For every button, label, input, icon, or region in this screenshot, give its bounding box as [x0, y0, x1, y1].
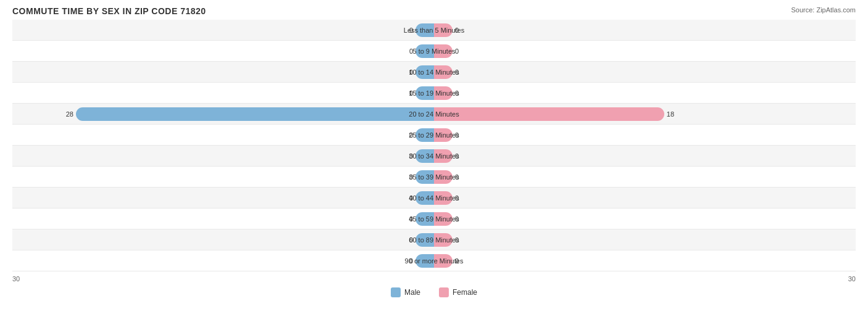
male-bar [415, 191, 434, 205]
female-bar [434, 44, 453, 58]
female-swatch [439, 287, 449, 297]
source-label: Source: ZipAtlas.com [791, 6, 856, 14]
female-value: 0 [455, 194, 459, 202]
axis-left: 30 [12, 275, 20, 283]
female-bar [434, 128, 453, 142]
axis-right: 30 [848, 275, 856, 283]
female-bar [434, 212, 453, 226]
female-value: 0 [455, 131, 459, 139]
chart-row: 90 or more Minutes00 [12, 250, 856, 271]
male-value: 0 [409, 68, 413, 76]
male-value: 0 [409, 194, 413, 202]
female-bar [434, 170, 453, 184]
legend-female: Female [439, 287, 477, 297]
chart-row: 5 to 9 Minutes00 [12, 41, 856, 62]
chart-row: 60 to 89 Minutes00 [12, 229, 856, 250]
axis-row: 30 30 [12, 273, 856, 285]
male-value: 0 [409, 89, 413, 97]
female-bar [434, 23, 453, 37]
male-value: 0 [409, 173, 413, 181]
female-label: Female [453, 288, 477, 297]
chart-row: 35 to 39 Minutes00 [12, 167, 856, 188]
male-value: 0 [409, 215, 413, 223]
male-bar [415, 65, 434, 79]
male-label: Male [404, 288, 420, 297]
male-value: 0 [409, 47, 413, 55]
male-value: 0 [409, 257, 413, 265]
male-value: 0 [409, 131, 413, 139]
chart-title: COMMUTE TIME BY SEX IN ZIP CODE 71820 [12, 6, 856, 16]
male-bar [415, 128, 434, 142]
male-bar [415, 44, 434, 58]
female-bar [434, 191, 453, 205]
chart-row: 10 to 14 Minutes00 [12, 62, 856, 83]
male-bar [415, 23, 434, 37]
legend: Male Female [12, 287, 856, 297]
male-bar [415, 149, 434, 163]
chart-row: 40 to 44 Minutes00 [12, 188, 856, 208]
male-bar [415, 86, 434, 100]
female-value: 0 [455, 215, 459, 223]
female-bar [434, 233, 453, 247]
male-bar [415, 233, 434, 247]
chart-row: 25 to 29 Minutes00 [12, 125, 856, 146]
female-bar [434, 107, 664, 121]
female-value: 0 [455, 89, 459, 97]
chart-area: Less than 5 Minutes005 to 9 Minutes0010 … [12, 20, 856, 271]
male-bar [415, 170, 434, 184]
chart-row: 30 to 34 Minutes00 [12, 146, 856, 167]
male-value: 28 [66, 110, 73, 118]
female-value: 0 [455, 257, 459, 265]
male-value: 0 [409, 236, 413, 244]
female-value: 0 [455, 173, 459, 181]
female-value: 0 [455, 27, 459, 34]
female-value: 0 [455, 47, 459, 55]
chart-row: Less than 5 Minutes00 [12, 20, 856, 41]
female-value: 0 [455, 68, 459, 76]
female-bar [434, 254, 453, 268]
male-bar [415, 212, 434, 226]
chart-row: 45 to 59 Minutes00 [12, 208, 856, 229]
male-value: 0 [409, 152, 413, 160]
male-bar [415, 254, 434, 268]
female-bar [434, 149, 453, 163]
chart-row: 15 to 19 Minutes00 [12, 83, 856, 104]
female-bar [434, 65, 453, 79]
chart-container: COMMUTE TIME BY SEX IN ZIP CODE 71820 So… [0, 0, 868, 322]
female-value: 18 [667, 110, 674, 118]
female-value: 0 [455, 152, 459, 160]
chart-row: 20 to 24 Minutes2818 [12, 104, 856, 125]
male-bar [76, 107, 434, 121]
male-swatch [391, 287, 401, 297]
male-value: 0 [409, 27, 413, 34]
female-bar [434, 86, 453, 100]
female-value: 0 [455, 236, 459, 244]
legend-male: Male [391, 287, 420, 297]
